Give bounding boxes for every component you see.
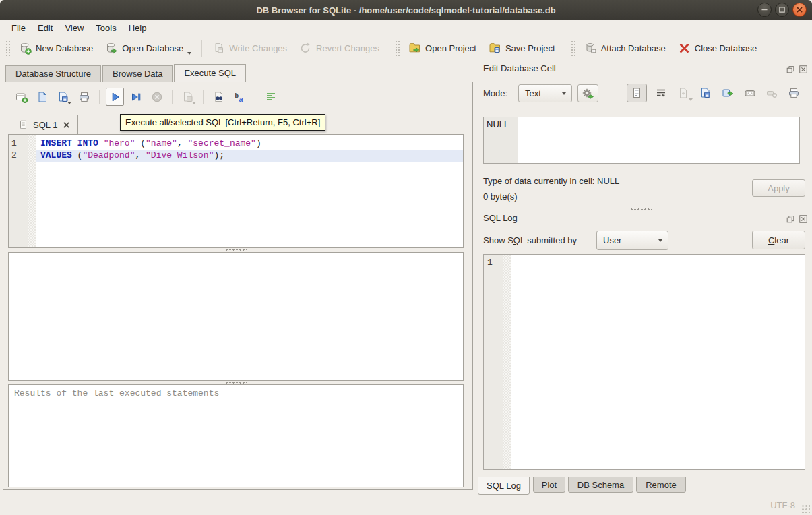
titlebar[interactable]: DB Browser for SQLite - /home/user/code/… (0, 0, 812, 20)
save-project-button[interactable]: Save Project (482, 38, 561, 58)
results-message-panel[interactable]: Results of the last executed statements (8, 384, 464, 487)
log-filter-combo-arrow (658, 239, 662, 242)
attach-database-button[interactable]: Attach Database (578, 38, 672, 58)
save-project-icon (489, 42, 501, 55)
results-table-panel[interactable] (8, 252, 464, 381)
svg-text:a: a (239, 95, 243, 103)
toolbar-drag-handle[interactable] (5, 40, 10, 57)
window-title: DB Browser for SQLite - /home/user/code/… (256, 5, 555, 16)
mode-combobox[interactable]: Text (518, 84, 572, 102)
clear-log-button[interactable]: Clear (752, 231, 805, 249)
dock-splitter-handle[interactable] (630, 208, 652, 211)
open-project-label: Open Project (425, 43, 476, 53)
new-database-icon (19, 42, 32, 55)
maximize-icon (776, 3, 788, 17)
toolbar-separator (201, 40, 202, 57)
execute-current-line-button[interactable] (127, 88, 145, 106)
tab-database-structure[interactable]: Database Structure (5, 65, 101, 82)
open-in-external-button[interactable] (718, 84, 738, 102)
open-database-button[interactable]: Open Database (99, 38, 197, 58)
print-sql-button[interactable] (75, 88, 93, 106)
log-filter-value: User (603, 235, 621, 245)
link-data-button[interactable] (740, 84, 760, 102)
sql-log-title: SQL Log (483, 213, 518, 223)
sql-editor[interactable]: 12 INSERT INTO "hero" ("name", "secret_n… (8, 134, 464, 248)
print-cell-button[interactable] (784, 84, 804, 102)
save-sql-dropdown-arrow[interactable] (67, 102, 71, 104)
tab-execute-sql[interactable]: Execute SQL (174, 64, 246, 82)
close-window-button[interactable] (792, 3, 807, 17)
execute-line-icon (130, 91, 142, 103)
edit-cell-dock-controls (785, 64, 808, 74)
new-database-button[interactable]: New Database (13, 38, 99, 58)
open-database-dropdown-arrow[interactable] (187, 52, 191, 55)
close-panel-button[interactable] (798, 214, 808, 224)
execute-play-icon (109, 91, 121, 103)
save-results-dropdown-arrow (192, 102, 196, 104)
open-sql-tab-button[interactable] (12, 88, 30, 106)
set-null-button (761, 84, 782, 102)
execute-sql-tooltip: Execute all/selected SQL [Ctrl+Return, F… (120, 114, 325, 131)
gear-apply-icon (582, 88, 594, 100)
statusbar: UTF-8 (0, 494, 812, 515)
dock-tab-plot[interactable]: Plot (533, 477, 565, 493)
close-panel-button[interactable] (798, 64, 808, 74)
right-dock: Edit Database Cell Mode: Text (473, 61, 812, 494)
editor-code-lines[interactable]: INSERT INTO "hero" ("name", "secret_name… (36, 135, 463, 162)
tab-browse-data[interactable]: Browse Data (102, 65, 173, 82)
menu-edit[interactable]: Edit (32, 22, 59, 34)
word-wrap-icon (655, 87, 667, 99)
find-button[interactable] (210, 88, 228, 106)
apply-button: Apply (752, 179, 805, 197)
code-line[interactable]: INSERT INTO "hero" ("name", "secret_name… (36, 138, 463, 150)
menu-view[interactable]: View (59, 22, 90, 34)
save-sql-file-button[interactable] (54, 88, 72, 106)
toolbar-drag-handle[interactable] (395, 40, 400, 57)
cell-type-info: Type of data currently in cell: NULL (483, 176, 619, 186)
minimize-button[interactable] (757, 3, 772, 17)
sql-document-tab[interactable]: SQL 1 (11, 115, 78, 134)
word-wrap-button[interactable] (651, 84, 671, 102)
dock-tab-sql-log[interactable]: SQL Log (478, 477, 530, 495)
write-changes-icon (212, 42, 225, 55)
sql-toolbar: b a (12, 88, 280, 106)
open-project-button[interactable]: Open Project (402, 38, 482, 58)
float-icon (786, 214, 795, 224)
revert-changes-button: Revert Changes (293, 38, 385, 58)
dock-tab-remote[interactable]: Remote (636, 477, 686, 493)
mode-label: Mode: (483, 88, 507, 98)
log-filter-label: Show SQL submitted by (483, 235, 577, 245)
import-cell-data-button (673, 84, 693, 102)
float-panel-button[interactable] (785, 64, 795, 74)
menubar: File Edit View Tools Help (0, 20, 812, 36)
execute-all-button[interactable] (106, 88, 124, 106)
line-number: 2 (9, 150, 28, 162)
save-cell-file-icon (699, 87, 712, 99)
menu-tools[interactable]: Tools (90, 22, 122, 34)
text-mode-button[interactable] (627, 84, 647, 102)
close-database-button[interactable]: Close Database (672, 38, 763, 58)
editor-splitter-handle[interactable] (225, 248, 247, 251)
sql-log-view[interactable]: 1 (483, 254, 805, 470)
line-number: 1 (9, 138, 28, 150)
menu-help[interactable]: Help (123, 22, 153, 34)
float-panel-button[interactable] (785, 214, 795, 224)
auto-completion-button[interactable]: b a (230, 88, 249, 106)
resize-grip[interactable] (801, 504, 810, 513)
menu-file[interactable]: File (5, 22, 32, 34)
format-sql-button[interactable] (261, 88, 280, 106)
cell-editor[interactable]: NULL (483, 117, 800, 164)
import-dropdown-arrow (689, 98, 693, 101)
editor-fold-margin (28, 135, 36, 247)
open-sql-file-button[interactable] (33, 88, 51, 106)
dock-tab-db-schema[interactable]: DB Schema (568, 477, 633, 493)
maximize-button[interactable] (775, 3, 789, 17)
code-line[interactable]: VALUES ("Deadpond", "Dive Wilson"); (36, 150, 463, 162)
log-filter-combobox[interactable]: User (596, 231, 668, 250)
close-sql-tab-icon[interactable] (62, 121, 71, 129)
save-project-label: Save Project (505, 43, 555, 53)
export-cell-data-button[interactable] (695, 84, 716, 102)
toolbar-drag-handle[interactable] (571, 40, 575, 57)
link-icon (744, 87, 756, 99)
auto-apply-button[interactable] (577, 84, 598, 102)
